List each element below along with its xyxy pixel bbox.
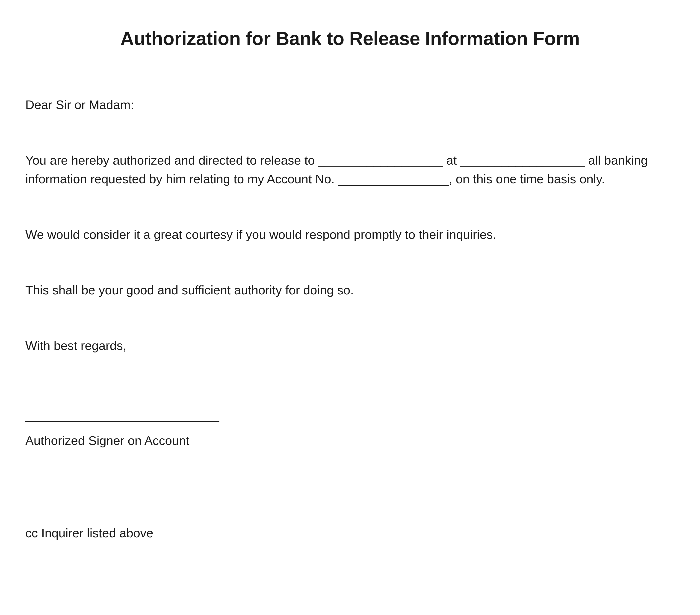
form-title: Authorization for Bank to Release Inform… bbox=[25, 28, 675, 49]
authority-paragraph: This shall be your good and sufficient a… bbox=[25, 281, 675, 299]
cc-line: cc Inquirer listed above bbox=[25, 524, 675, 542]
authorization-paragraph: You are hereby authorized and directed t… bbox=[25, 151, 675, 188]
closing: With best regards, bbox=[25, 336, 675, 355]
courtesy-paragraph: We would consider it a great courtesy if… bbox=[25, 225, 675, 244]
salutation: Dear Sir or Madam: bbox=[25, 96, 675, 114]
signature-label: Authorized Signer on Account bbox=[25, 431, 675, 450]
signature-line: ____________________________ bbox=[25, 406, 675, 424]
